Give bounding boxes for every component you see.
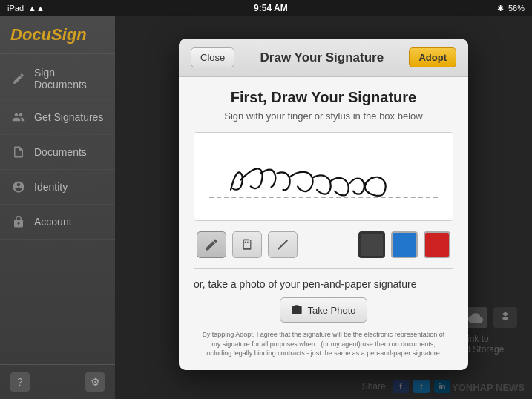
id-icon xyxy=(10,179,27,195)
divider xyxy=(194,268,453,269)
modal-dialog: Close Draw Your Signature Adopt First, D… xyxy=(179,39,468,370)
sidebar-item-account[interactable]: Account xyxy=(0,205,115,240)
account-label: Account xyxy=(34,216,72,228)
status-bar: iPad ▲▲ 9:54 AM ✱ 56% xyxy=(0,0,532,16)
logo: DocuSign xyxy=(10,25,87,44)
tool-row xyxy=(194,231,453,258)
modal-header: Close Draw Your Signature Adopt xyxy=(179,39,468,77)
adopt-button[interactable]: Adopt xyxy=(409,47,456,67)
take-photo-label: Take Photo xyxy=(307,305,355,316)
color-tools xyxy=(358,231,450,258)
bluetooth-icon: ✱ xyxy=(497,4,504,13)
people-icon xyxy=(10,109,27,125)
modal-subtitle: Sign with your finger or stylus in the b… xyxy=(194,111,453,122)
modal-title: Draw Your Signature xyxy=(234,50,409,65)
get-signatures-label: Get Signatures xyxy=(34,111,103,123)
take-photo-button[interactable]: Take Photo xyxy=(280,297,367,323)
help-button[interactable]: ? xyxy=(10,372,30,392)
signature-drawing xyxy=(194,133,453,220)
documents-label: Documents xyxy=(34,146,87,158)
doc-icon xyxy=(10,144,27,160)
sidebar-item-sign-documents[interactable]: Sign Documents xyxy=(0,58,115,100)
thick-pen-button[interactable] xyxy=(197,231,226,258)
color-blue-button[interactable] xyxy=(391,231,418,258)
modal-overlay: Close Draw Your Signature Adopt First, D… xyxy=(115,16,532,399)
wifi-icon: ▲▲ xyxy=(28,4,45,13)
sidebar: DocuSign Sign Documents Get Signatures D… xyxy=(0,16,115,399)
ipad-label: iPad xyxy=(7,4,24,13)
pen-tools xyxy=(197,231,298,258)
color-black-button[interactable] xyxy=(358,231,385,258)
sidebar-item-identity[interactable]: Identity xyxy=(0,170,115,205)
time-display: 9:54 AM xyxy=(254,3,288,13)
signature-line xyxy=(209,197,438,198)
svg-line-0 xyxy=(278,240,287,249)
close-button[interactable]: Close xyxy=(191,47,234,67)
main-container: DocuSign Sign Documents Get Signatures D… xyxy=(0,16,532,399)
modal-main-title: First, Draw Your Signature xyxy=(194,89,453,106)
signature-canvas[interactable] xyxy=(194,132,453,221)
color-red-button[interactable] xyxy=(424,231,450,258)
modal-body: First, Draw Your Signature Sign with you… xyxy=(179,77,468,370)
sign-documents-label: Sign Documents xyxy=(34,67,105,90)
sidebar-bottom: ? ⚙ xyxy=(0,364,115,399)
medium-pen-button[interactable] xyxy=(232,231,262,258)
identity-label: Identity xyxy=(34,181,68,193)
content-area: box Link to Cloud Storage Share: f t in … xyxy=(115,16,532,399)
sidebar-item-get-signatures[interactable]: Get Signatures xyxy=(0,100,115,135)
legal-text: By tapping Adopt, I agree that the signa… xyxy=(194,330,453,358)
battery-label: 56% xyxy=(508,4,525,13)
account-icon xyxy=(10,214,27,230)
photo-row: or, take a photo of your pen-and-paper s… xyxy=(194,278,453,290)
pen-icon xyxy=(10,70,27,87)
thin-pen-button[interactable] xyxy=(268,231,298,258)
sidebar-logo: DocuSign xyxy=(0,16,115,54)
settings-button[interactable]: ⚙ xyxy=(85,372,105,392)
photo-text: or, take a photo of your pen-and-paper s… xyxy=(194,278,453,290)
sidebar-item-documents[interactable]: Documents xyxy=(0,135,115,170)
